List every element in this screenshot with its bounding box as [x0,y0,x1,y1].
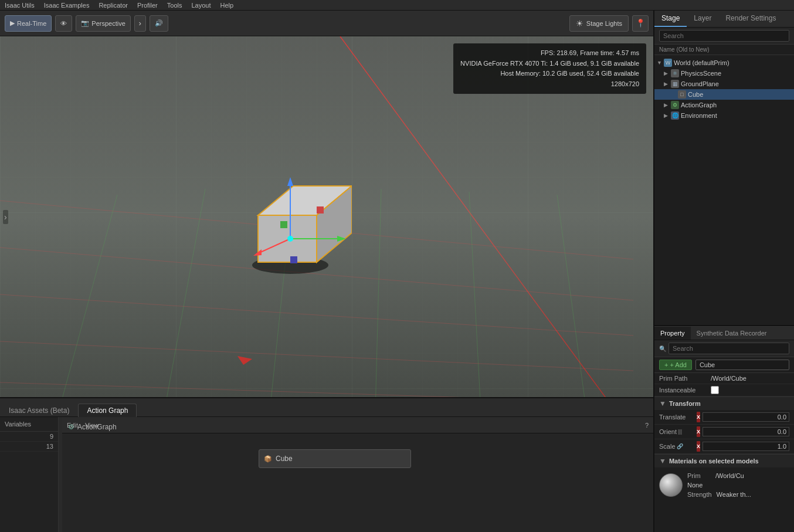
svg-rect-29 [290,256,297,263]
cube-node-icon: 📦 [264,455,272,463]
action-graph-label: ⚙ ActionGraph [68,423,117,431]
property-search-input[interactable] [669,343,789,354]
action-graph-icon: ⚙ [68,423,74,431]
var-value-9: 9 [50,433,53,440]
mat-strength-row: Strength Weaker th... [687,491,789,498]
tree-item-world[interactable]: ▼ W World (defaultPrim) [654,57,794,68]
scale-x-button[interactable]: X [697,441,700,452]
3d-viewport[interactable]: › FPS: 218.69, Frame time: 4.57 ms NVIDI… [0,36,653,397]
translate-x-input[interactable] [703,412,789,422]
materials-content: Prim /World/Cu None Strength Weaker th..… [654,467,794,503]
graph-area[interactable]: Edit View ? ⚙ ActionGraph 📦 Cube [62,417,653,532]
mat-none-value: None [687,482,703,489]
mat-prim-row: Prim /World/Cu [687,472,789,479]
eye-button[interactable]: 👁 [55,15,72,32]
tab-action-graph[interactable]: Action Graph [78,404,137,417]
expand-environment[interactable]: ▶ [664,113,671,118]
svg-rect-27 [280,221,287,228]
tab-synthetic-data[interactable]: Synthetic Data Recorder [691,327,773,340]
cube-label: Cube [688,91,703,98]
tab-stage[interactable]: Stage [654,11,687,27]
resolution-stat: 1280x720 [460,79,639,90]
graph-toolbar: Edit View ? [62,417,653,433]
actiongraph-label: ActionGraph [681,101,717,109]
bottom-tab-bar: Isaac Assets (Beta) Action Graph [0,398,653,417]
materials-title: Materials on selected models [669,458,759,465]
graph-help-button[interactable]: ? [645,422,649,429]
instanceable-checkbox[interactable] [711,386,719,394]
var-value-13: 13 [46,443,53,450]
mat-strength-value: Weaker th... [717,491,751,498]
menu-item-isaac-utils[interactable]: Isaac Utils [5,2,35,9]
expand-groundplane[interactable]: ▶ [664,81,671,87]
svg-point-26 [287,236,293,242]
var-row-13: 13 [0,442,58,452]
tree-item-physics[interactable]: ▶ ⚛ PhysicsScene [654,68,794,79]
main-layout: ▶ Real-Time 👁 📷 Perspective › 🔊 ☀ Stage … [0,11,794,532]
materials-collapse-icon: ▼ [659,457,666,465]
orient-x-button[interactable]: X [697,426,700,437]
tree-item-environment[interactable]: ▶ 🌐 Environment [654,110,794,121]
expand-actiongraph[interactable]: ▶ [664,102,671,108]
location-button[interactable]: 📍 [632,15,649,32]
menu-item-layout[interactable]: Layout [191,2,211,9]
stage-lights-button[interactable]: ☀ Stage Lights [569,15,629,32]
3d-cube[interactable] [240,151,352,282]
stage-lights-label: Stage Lights [586,20,622,27]
groundplane-label: GroundPlane [681,80,719,87]
transform-title: Transform [669,400,701,407]
menu-item-help[interactable]: Help [220,2,234,9]
perspective-chevron[interactable]: › [134,15,146,32]
materials-sphere-row: Prim /World/Cu None Strength Weaker th..… [659,472,789,498]
mat-strength-label: Strength [687,491,712,498]
eye-icon: 👁 [60,20,67,27]
world-icon: W [664,59,672,67]
transform-collapse-icon: ▼ [659,399,666,408]
stage-search-input[interactable] [659,30,789,42]
menu-item-tools[interactable]: Tools [167,2,182,9]
viewport-expand-button[interactable]: › [3,210,8,224]
orient-label: Orient ||| [659,428,694,435]
tab-render-settings[interactable]: Render Settings [718,11,783,27]
location-icon: 📍 [636,19,646,28]
right-panel: Stage Layer Render Settings Name (Old to… [653,11,794,532]
host-memory-stat: Host Memory: 10.2 GiB used, 52.4 GiB ava… [460,69,639,79]
tab-layer[interactable]: Layer [687,11,718,27]
audio-button[interactable]: 🔊 [150,15,168,32]
tab-property[interactable]: Property [654,327,691,340]
add-prim-button[interactable]: + + Add [659,360,692,370]
real-time-button[interactable]: ▶ Real-Time [5,15,52,32]
perspective-label: Perspective [91,20,125,27]
viewport-area: ▶ Real-Time 👁 📷 Perspective › 🔊 ☀ Stage … [0,11,653,532]
menu-item-isaac-examples[interactable]: Isaac Examples [44,2,90,9]
world-label: World (defaultPrim) [674,59,729,66]
tree-item-cube[interactable]: □ Cube [654,89,794,100]
translate-x-button[interactable]: X [697,412,700,422]
cube-icon: □ [678,90,686,99]
camera-button[interactable]: 📷 Perspective [76,15,130,32]
var-row-9: 9 [0,432,58,442]
bottom-panel: Isaac Assets (Beta) Action Graph Variabl… [0,397,653,532]
materials-section-header[interactable]: ▼ Materials on selected models [654,455,794,467]
menu-item-profiler[interactable]: Profiler [137,2,158,9]
variables-content: 9 13 [0,432,58,532]
expand-physics[interactable]: ▶ [664,70,671,76]
prim-path-label: Prim Path [659,375,706,382]
prim-name-input[interactable] [695,360,789,370]
orient-x-input[interactable] [703,427,789,436]
scale-label: Scale 🔗 [659,443,694,450]
menu-bar: Isaac Utils Isaac Examples Replicator Pr… [0,0,794,11]
tab-isaac-assets[interactable]: Isaac Assets (Beta) [0,404,78,417]
scale-x-input[interactable] [703,442,789,451]
transform-section-header[interactable]: ▼ Transform [654,397,794,410]
expand-world[interactable]: ▼ [657,60,664,66]
tree-item-groundplane[interactable]: ▶ ▦ GroundPlane [654,79,794,89]
stage-tree: ▼ W World (defaultPrim) ▶ ⚛ PhysicsScene… [654,55,794,325]
mat-prim-label: Prim [687,472,711,479]
gpu-stat: NVIDIA GeForce RTX 4070 Ti: 1.4 GiB used… [460,59,639,69]
cube-graph-node[interactable]: 📦 Cube [259,449,411,468]
stats-overlay: FPS: 218.69, Frame time: 4.57 ms NVIDIA … [453,43,646,94]
cube-node-label: Cube [276,455,293,463]
tree-item-actiongraph[interactable]: ▶ ⚙ ActionGraph [654,100,794,110]
menu-item-replicator[interactable]: Replicator [99,2,128,9]
